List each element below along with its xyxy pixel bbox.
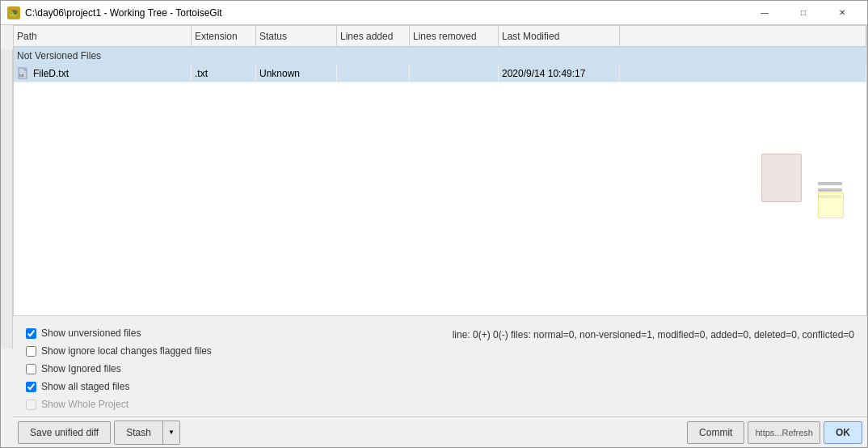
show-ignore-local-label[interactable]: Show ignore local changes flagged files (41, 345, 212, 357)
group-header-not-versioned: Not Versioned Files (14, 47, 866, 65)
status-bar: line: 0(+) 0(-) files: normal=0, non-ver… (230, 319, 861, 349)
minimize-button[interactable]: — (746, 1, 783, 25)
show-unversioned-checkbox[interactable] (26, 328, 36, 339)
col-header-lines-removed[interactable]: Lines removed (410, 26, 499, 46)
sticky-note-decoration (818, 192, 844, 218)
file-table: Path Extension Status Lines added Lines … (13, 25, 867, 316)
button-bar: Save unified diff Stash ▼ Commit https..… (13, 416, 867, 447)
cell-status: Unknown (256, 65, 337, 82)
cell-path: txt FileD.txt (14, 65, 192, 82)
content-area: Path Extension Status Lines added Lines … (1, 25, 867, 447)
show-whole-project-checkbox (26, 399, 36, 410)
col-header-path[interactable]: Path (14, 26, 192, 46)
stash-split-button: Stash ▼ (114, 421, 180, 445)
table-body: Not Versioned Files txt FileD.txt (14, 47, 866, 315)
checkboxes-status-row: Show unversioned files Show ignore local… (13, 316, 867, 416)
table-header: Path Extension Status Lines added Lines … (14, 26, 866, 47)
stash-button[interactable]: Stash (115, 421, 163, 444)
status-text: line: 0(+) 0(-) files: normal=0, non-ver… (453, 329, 854, 340)
title-bar-left: 🐢 C:\day06\project1 - Working Tree - Tor… (7, 6, 222, 19)
stash-dropdown-arrow[interactable]: ▼ (163, 421, 179, 444)
maximize-button[interactable]: □ (785, 1, 822, 25)
close-button[interactable]: ✕ (824, 1, 861, 25)
app-icon: 🐢 (7, 6, 20, 19)
show-staged-label[interactable]: Show all staged files (41, 381, 129, 392)
show-ignore-local-checkbox[interactable] (26, 346, 36, 357)
show-unversioned-label[interactable]: Show unversioned files (41, 328, 141, 339)
checkboxes-area: Show unversioned files Show ignore local… (19, 319, 230, 416)
file-icon: txt (17, 67, 30, 80)
checkbox-row-show-whole-project: Show Whole Project (26, 395, 223, 413)
left-indicator-bar (1, 49, 13, 349)
bottom-section: Show unversioned files Show ignore local… (13, 316, 867, 447)
table-row[interactable]: txt FileD.txt .txt Unknown (14, 65, 866, 82)
col-header-status[interactable]: Status (256, 26, 337, 46)
show-ignored-label[interactable]: Show Ignored files (41, 363, 121, 374)
commit-button[interactable]: Commit (687, 421, 744, 444)
title-bar: 🐢 C:\day06\project1 - Working Tree - Tor… (1, 1, 867, 25)
col-header-rest (620, 26, 866, 46)
save-unified-diff-button[interactable]: Save unified diff (18, 421, 111, 444)
cell-lines-removed (410, 65, 499, 82)
checkbox-row-show-ignore-local: Show ignore local changes flagged files (26, 342, 223, 360)
checkbox-row-show-staged: Show all staged files (26, 378, 223, 395)
cell-lines-added (337, 65, 410, 82)
window-title: C:\day06\project1 - Working Tree - Torto… (25, 7, 222, 19)
drag-file-decoration (761, 154, 802, 202)
col-header-last-modified[interactable]: Last Modified (499, 26, 620, 46)
cell-extension: .txt (192, 65, 256, 82)
col-header-extension[interactable]: Extension (192, 26, 256, 46)
cell-last-modified: 2020/9/14 10:49:17 (499, 65, 620, 82)
show-ignored-checkbox[interactable] (26, 364, 36, 374)
checkbox-row-show-unversioned: Show unversioned files (26, 324, 223, 342)
main-window: 🐢 C:\day06\project1 - Working Tree - Tor… (0, 0, 868, 448)
title-controls: — □ ✕ (746, 1, 861, 25)
show-staged-checkbox[interactable] (26, 382, 36, 392)
main-panel: Path Extension Status Lines added Lines … (13, 25, 867, 447)
col-header-lines-added[interactable]: Lines added (337, 26, 410, 46)
ok-button[interactable]: OK (824, 421, 862, 444)
refresh-button[interactable]: https...Refresh (748, 421, 820, 444)
checkbox-row-show-ignored: Show Ignored files (26, 360, 223, 378)
svg-text:txt: txt (19, 73, 24, 78)
cell-rest (620, 65, 866, 82)
show-whole-project-label: Show Whole Project (41, 399, 129, 410)
